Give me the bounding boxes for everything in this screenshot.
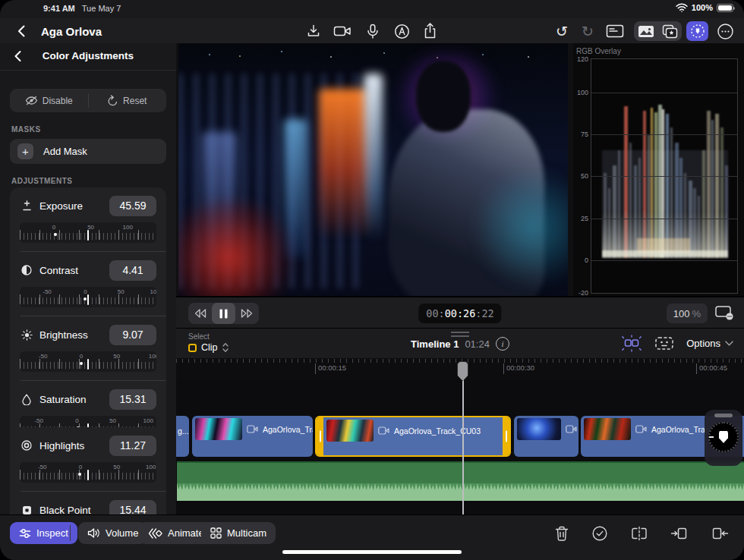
- battery-icon: [717, 4, 733, 12]
- audio-waveform[interactable]: [177, 483, 744, 501]
- home-indicator[interactable]: [282, 550, 462, 554]
- jog-shield-icon: [719, 431, 728, 443]
- playhead-line[interactable]: [462, 362, 464, 514]
- brightness-icon: [20, 329, 33, 341]
- status-time-date: 9:41 AMTue May 7: [43, 4, 121, 13]
- skip-forward-icon: [241, 309, 254, 318]
- pause-button[interactable]: [212, 303, 235, 324]
- clip-thumbnail: [195, 418, 242, 440]
- disable-reset-segment: Disable Reset: [10, 89, 166, 112]
- display-options-icon: [714, 304, 734, 321]
- skip-back-button[interactable]: [188, 303, 212, 324]
- overwrite-right-button[interactable]: [710, 524, 730, 543]
- zoom-value: 100: [673, 308, 690, 319]
- eye-slash-icon: [25, 96, 38, 105]
- title-card-icon: [606, 24, 624, 38]
- record-video-button[interactable]: [333, 22, 352, 40]
- timeline-clip[interactable]: AgaOrlova_Track_Wid...: [192, 416, 313, 457]
- connect-clip-icon: [621, 335, 642, 352]
- plus-icon: +: [17, 143, 33, 159]
- titles-button[interactable]: [605, 22, 625, 40]
- masks-section-label: MASKS: [11, 125, 41, 134]
- jog-wheel[interactable]: [705, 410, 742, 466]
- volume-button[interactable]: Volume: [78, 522, 147, 544]
- disable-button[interactable]: Disable: [10, 89, 88, 112]
- split-clip-button[interactable]: [629, 524, 649, 543]
- undo-button[interactable]: ↺: [552, 22, 572, 40]
- timeline-clip-selected[interactable]: AgaOrlova_Track_CU03: [315, 416, 511, 457]
- back-button[interactable]: [14, 23, 30, 39]
- redo-button[interactable]: ↻: [578, 22, 597, 40]
- multicam-grid-icon: [210, 527, 222, 539]
- delete-button[interactable]: [552, 524, 572, 543]
- status-time: 9:41 AM: [43, 4, 75, 13]
- jog-wheel-dial[interactable]: [708, 422, 739, 452]
- jog-wheel-toggle-button[interactable]: [686, 21, 708, 41]
- share-button[interactable]: [420, 22, 440, 40]
- multicam-button[interactable]: Multicam: [201, 522, 276, 544]
- overwrite-left-button[interactable]: [670, 524, 689, 543]
- speaker-icon: [87, 527, 100, 539]
- timeline-clip[interactable]: A...: [514, 416, 578, 457]
- video-camera-icon: [333, 24, 352, 38]
- transport-controls: [188, 303, 259, 324]
- video-preview[interactable]: [178, 43, 568, 296]
- inspect-button[interactable]: Inspect: [10, 522, 77, 544]
- saturation-value[interactable]: 15.31: [109, 389, 156, 410]
- trash-icon: [554, 525, 569, 542]
- trim-handle-right[interactable]: [503, 417, 509, 455]
- more-button[interactable]: [715, 22, 735, 40]
- checkmark-circle-icon: [591, 525, 608, 542]
- highlights-slider[interactable]: -50 0 50 100: [20, 462, 156, 483]
- import-media-button[interactable]: [304, 22, 323, 40]
- media-browser-button[interactable]: [634, 21, 658, 41]
- wifi-icon: [676, 3, 688, 12]
- approve-button[interactable]: [590, 524, 610, 543]
- disable-label: Disable: [43, 96, 73, 106]
- reset-button[interactable]: Reset: [89, 89, 167, 112]
- scope-plot: [591, 58, 738, 294]
- add-mask-label: Add Mask: [43, 146, 87, 157]
- timeline-track-area[interactable]: g... AgaOrlova_Track_Wid... AgaOrlova_Tr…: [176, 379, 744, 514]
- chevron-down-icon: [725, 341, 733, 346]
- connect-clip-button[interactable]: [621, 335, 642, 352]
- trim-handle-left[interactable]: [317, 417, 323, 455]
- timeline-drag-handle[interactable]: [451, 332, 469, 337]
- jog-wheel-icon: [690, 24, 705, 39]
- exposure-value[interactable]: 45.59: [109, 196, 156, 216]
- clip-thumbnail: [584, 418, 631, 440]
- ruler-label: 00:00:45: [696, 363, 727, 374]
- inspect-label: Inspect: [36, 527, 68, 539]
- chevron-left-icon: [14, 23, 30, 39]
- annotate-button[interactable]: [392, 22, 411, 40]
- record-voiceover-button[interactable]: [363, 22, 383, 40]
- brightness-slider[interactable]: -50 0 50 100: [20, 351, 156, 372]
- split-clip-icon: [630, 526, 648, 541]
- app-window: 9:41 AMTue May 7 100% Aga Orlova ↺: [0, 0, 744, 560]
- timeline-name[interactable]: Timeline 1: [411, 338, 459, 350]
- skip-forward-button[interactable]: [235, 303, 259, 324]
- jog-wheel-drag-handle[interactable]: [714, 414, 733, 417]
- contrast-slider[interactable]: -50 0 50 100: [20, 287, 156, 307]
- playback-controls-bar: 00:00:26:22 100%: [176, 296, 744, 328]
- video-camera-icon: [247, 425, 258, 433]
- timecode-display[interactable]: 00:00:26:22: [418, 304, 501, 323]
- info-button[interactable]: i: [496, 337, 509, 351]
- import-icon: [306, 24, 321, 39]
- highlights-value[interactable]: 11.27: [109, 436, 156, 456]
- add-mask-button[interactable]: + Add Mask: [10, 139, 166, 164]
- brightness-value[interactable]: 9.07: [109, 325, 156, 345]
- clip-browser-button[interactable]: [654, 335, 674, 351]
- volume-label: Volume: [106, 527, 138, 539]
- timeline-clip[interactable]: g...: [176, 416, 189, 457]
- options-button[interactable]: Options: [686, 338, 733, 349]
- share-icon: [423, 23, 437, 39]
- viewer-zoom-button[interactable]: 100%: [667, 304, 708, 323]
- exposure-slider[interactable]: 0 50 100: [20, 222, 156, 243]
- audio-track[interactable]: [177, 461, 744, 483]
- video-camera-icon: [566, 425, 577, 433]
- viewer-display-options-button[interactable]: [712, 302, 736, 323]
- contrast-value[interactable]: 4.41: [109, 260, 156, 281]
- title-bar: Aga Orlova ↺ ↻: [0, 18, 744, 43]
- effects-button[interactable]: [658, 21, 683, 41]
